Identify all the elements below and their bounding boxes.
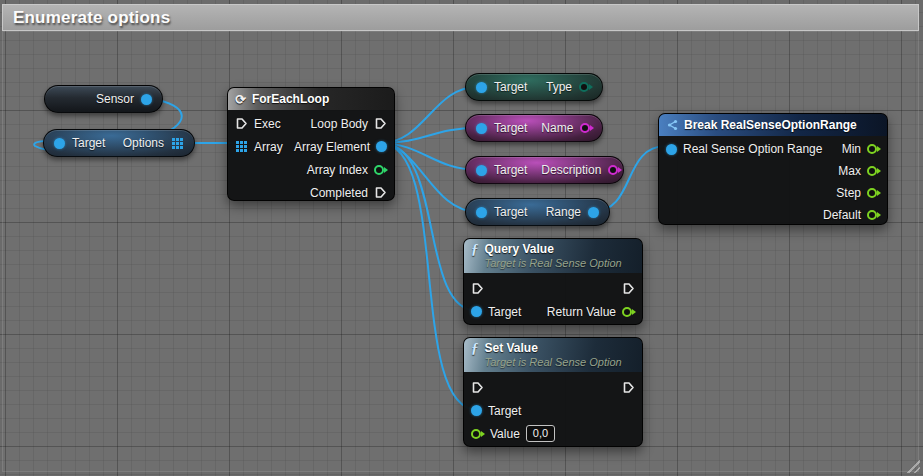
foreach-row-completed: Completed (228, 181, 394, 204)
type-label: Type (546, 80, 572, 94)
set-value-title: Set Value (485, 341, 622, 355)
node-query-value[interactable]: ƒ Query Value Target is Real Sense Optio… (463, 238, 643, 325)
type-target-input-pin[interactable] (476, 82, 487, 93)
set-row-exec (464, 376, 642, 399)
description-output-pin[interactable] (608, 165, 618, 175)
query-value-title: Query Value (485, 242, 622, 256)
node-set-value[interactable]: ƒ Set Value Target is Real Sense Option … (463, 337, 643, 447)
max-output-pin[interactable] (867, 166, 877, 176)
query-exec-input-pin[interactable] (471, 282, 484, 295)
description-target-input-pin[interactable] (476, 165, 487, 176)
options-array-output-pin[interactable] (172, 138, 175, 141)
set-exec-output-pin[interactable] (622, 381, 635, 394)
set-row-target: Target (464, 399, 642, 422)
exec-label: Exec (254, 117, 281, 131)
query-exec-output-pin[interactable] (622, 282, 635, 295)
query-target-label: Target (488, 305, 521, 319)
query-row-target: Target Return Value (464, 300, 642, 323)
break-row-default: Default (659, 204, 887, 226)
set-value-label: Value (490, 427, 520, 441)
node-sensor-getter[interactable]: Sensor (44, 85, 163, 113)
type-output-pin[interactable] (579, 82, 589, 92)
comment-header[interactable]: Enumerate options (2, 4, 919, 31)
array-index-label: Array Index (307, 163, 368, 177)
query-target-input-pin[interactable] (471, 306, 482, 317)
array-input-pin[interactable] (236, 141, 239, 144)
foreachloop-title: ForEachLoop (252, 92, 329, 106)
break-row-max: Max (659, 160, 887, 182)
function-icon: ƒ (471, 341, 479, 355)
foreach-row-index: Array Index (228, 158, 394, 181)
range-target-input-pin[interactable] (476, 207, 487, 218)
default-label: Default (823, 208, 861, 222)
break-row-min: Real Sense Option Range Min (659, 138, 887, 160)
range-label: Range (546, 205, 581, 219)
query-value-subtitle: Target is Real Sense Option (485, 256, 622, 270)
name-target-label: Target (494, 121, 527, 135)
set-value-header[interactable]: ƒ Set Value Target is Real Sense Option (464, 338, 642, 372)
array-element-output-pin[interactable] (376, 141, 387, 152)
array-index-output-pin[interactable] (374, 165, 384, 175)
function-icon: ƒ (471, 242, 479, 256)
min-label: Min (842, 142, 861, 156)
node-get-type[interactable]: Target Type (465, 73, 603, 101)
node-options-getter[interactable]: Target Options (43, 129, 195, 157)
foreach-row-exec: Exec Loop Body (228, 112, 394, 135)
set-target-input-pin[interactable] (471, 405, 482, 416)
default-output-pin[interactable] (867, 210, 877, 220)
set-value-input-pin[interactable] (471, 429, 481, 439)
break-input-label: Real Sense Option Range (683, 142, 822, 156)
node-break-realsenseoptionrange[interactable]: Break RealSenseOptionRange Real Sense Op… (658, 113, 888, 225)
step-label: Step (836, 186, 861, 200)
break-struct-icon (666, 119, 678, 131)
node-foreachloop[interactable]: ⟳ ForEachLoop Exec Loop Body Array (227, 87, 395, 201)
description-label: Description (541, 163, 601, 177)
blueprint-graph-canvas[interactable]: Enumerate options Sensor Target Options … (0, 0, 923, 476)
range-output-pin[interactable] (588, 207, 599, 218)
exec-input-pin[interactable] (235, 117, 248, 130)
break-header[interactable]: Break RealSenseOptionRange (659, 114, 887, 136)
set-row-value: Value 0,0 (464, 422, 642, 445)
loop-icon: ⟳ (235, 93, 246, 106)
name-output-pin[interactable] (580, 123, 590, 133)
sensor-output-pin[interactable] (141, 94, 152, 105)
range-target-label: Target (494, 205, 527, 219)
set-target-label: Target (488, 404, 521, 418)
array-element-label: Array Element (294, 140, 370, 154)
break-input-pin[interactable] (666, 144, 677, 155)
loop-body-label: Loop Body (311, 117, 368, 131)
name-target-input-pin[interactable] (476, 123, 487, 134)
set-value-subtitle: Target is Real Sense Option (485, 355, 622, 369)
foreach-row-array: Array Array Element (228, 135, 394, 158)
foreachloop-header[interactable]: ⟳ ForEachLoop (228, 88, 394, 110)
step-output-pin[interactable] (867, 188, 877, 198)
completed-label: Completed (310, 186, 368, 200)
break-row-step: Step (659, 182, 887, 204)
break-title: Break RealSenseOptionRange (684, 118, 857, 132)
node-get-description[interactable]: Target Description (465, 156, 624, 184)
description-target-label: Target (494, 163, 527, 177)
return-value-label: Return Value (547, 305, 616, 319)
completed-output-pin[interactable] (374, 186, 387, 199)
node-get-range[interactable]: Target Range (465, 198, 610, 226)
options-target-label: Target (72, 136, 105, 150)
max-label: Max (838, 164, 861, 178)
name-label: Name (541, 121, 573, 135)
set-value-input-field[interactable]: 0,0 (526, 425, 555, 442)
type-target-label: Target (494, 80, 527, 94)
node-get-name[interactable]: Target Name (465, 114, 603, 142)
min-output-pin[interactable] (867, 144, 877, 154)
array-label: Array (254, 140, 283, 154)
options-target-input-pin[interactable] (54, 138, 65, 149)
query-row-exec (464, 277, 642, 300)
options-label: Options (123, 136, 164, 150)
sensor-label: Sensor (96, 92, 134, 106)
return-value-output-pin[interactable] (622, 307, 632, 317)
comment-title: Enumerate options (13, 8, 170, 28)
query-value-header[interactable]: ƒ Query Value Target is Real Sense Optio… (464, 239, 642, 273)
loop-body-output-pin[interactable] (374, 117, 387, 130)
set-exec-input-pin[interactable] (471, 381, 484, 394)
